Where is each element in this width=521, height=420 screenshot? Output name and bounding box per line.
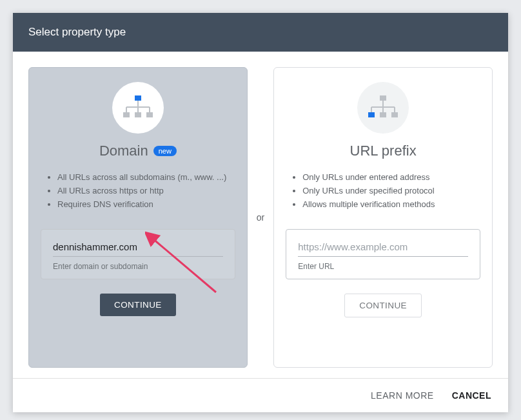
url-prefix-card[interactable]: URL prefix Only URLs under entered addre…	[273, 67, 493, 368]
learn-more-button[interactable]: LEARN MORE	[371, 390, 434, 401]
modal-title: Select property type	[28, 26, 126, 38]
or-separator: or	[257, 212, 264, 223]
modal-footer: LEARN MORE CANCEL	[13, 378, 508, 412]
url-input-hint: Enter URL	[298, 262, 468, 271]
sitemap-icon	[366, 94, 400, 121]
svg-rect-9	[380, 95, 386, 101]
modal-body: Domain new All URLs across all subdomain…	[13, 52, 508, 378]
list-item: All URLs across all subdomains (m., www.…	[57, 171, 235, 185]
domain-input[interactable]	[53, 239, 223, 257]
url-input[interactable]	[298, 239, 468, 257]
new-badge: new	[153, 146, 177, 156]
list-item: Requires DNS verification	[57, 198, 235, 212]
domain-title-row: Domain new	[99, 143, 177, 159]
list-item: All URLs across https or http	[57, 185, 235, 198]
domain-input-box: Enter domain or subdomain	[41, 229, 235, 279]
url-card-title: URL prefix	[350, 143, 417, 159]
domain-card[interactable]: Domain new All URLs across all subdomain…	[28, 67, 248, 368]
list-item: Only URLs under entered address	[302, 171, 480, 185]
property-type-modal: Select property type Domain	[13, 13, 508, 412]
domain-continue-button[interactable]: CONTINUE	[100, 294, 176, 316]
sitemap-icon	[121, 94, 155, 121]
svg-rect-7	[135, 112, 141, 117]
url-input-box: Enter URL	[286, 229, 480, 279]
svg-rect-6	[123, 112, 130, 117]
svg-rect-16	[380, 112, 386, 117]
modal-header: Select property type	[13, 13, 508, 52]
list-item: Allows multiple verification methods	[302, 198, 480, 212]
domain-bullets: All URLs across all subdomains (m., www.…	[41, 171, 235, 211]
url-continue-button[interactable]: CONTINUE	[344, 294, 422, 317]
cancel-button[interactable]: CANCEL	[452, 390, 491, 401]
svg-rect-17	[391, 112, 398, 117]
url-title-row: URL prefix	[350, 143, 417, 159]
domain-input-hint: Enter domain or subdomain	[53, 262, 223, 271]
svg-rect-0	[135, 95, 141, 101]
domain-card-title: Domain	[99, 143, 148, 159]
svg-rect-8	[146, 112, 153, 117]
list-item: Only URLs under specified protocol	[302, 185, 480, 198]
svg-rect-15	[368, 112, 375, 117]
domain-icon-circle	[112, 82, 164, 134]
url-bullets: Only URLs under entered address Only URL…	[286, 171, 480, 211]
url-icon-circle	[357, 82, 409, 134]
